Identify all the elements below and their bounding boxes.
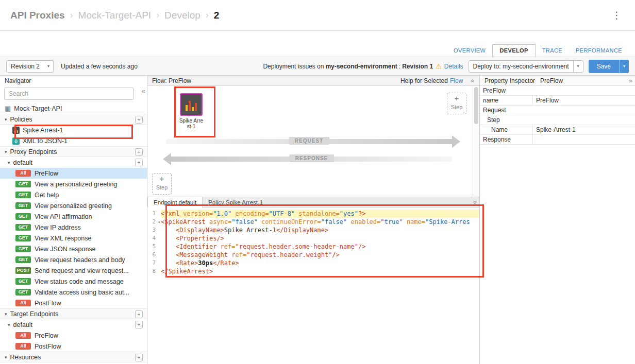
code-token: "request.header.weight"	[246, 251, 332, 258]
add-step-button-bottom[interactable]: + Step	[152, 173, 172, 195]
add-button[interactable]: +	[135, 159, 143, 166]
flow-node-label: Spike Arrest-1	[178, 118, 204, 129]
revision-select[interactable]: Revision 2 ▾	[6, 60, 54, 73]
tab-policy-spike-arrest[interactable]: Policy Spike Arrest-1	[203, 197, 269, 207]
line-number: 6	[147, 251, 161, 259]
updated-status: Updated a few seconds ago	[61, 63, 138, 70]
collapse-flow-icon[interactable]: «	[470, 79, 477, 82]
add-button[interactable]: +	[135, 354, 143, 361]
nav-item-view-json-response[interactable]: GETView JSON response	[0, 244, 147, 254]
revision-select-value: Revision 2	[7, 63, 44, 70]
inspector-row-response[interactable]: Response	[480, 135, 635, 145]
inspector-row-value[interactable]: Spike-Arrest-1	[533, 125, 635, 134]
breadcrumb-api-proxies[interactable]: API Proxies	[10, 10, 65, 21]
expand-editor-icon[interactable]: «	[472, 201, 479, 204]
nav-item-preflow[interactable]: AllPreFlow	[0, 330, 147, 341]
add-button[interactable]: +	[135, 310, 143, 318]
nav-item-view-a-personalized-greeting[interactable]: GETView a personalized greeting	[0, 179, 147, 189]
caret-down-icon[interactable]: ▾	[8, 322, 10, 327]
add-button[interactable]: +	[135, 116, 143, 124]
inspector-row-name[interactable]: NameSpike-Arrest-1	[480, 125, 635, 135]
code-line[interactable]: 6 <MessageWeight ref="request.header.wei…	[147, 251, 479, 259]
nav-item-spike-arrest-1[interactable]: Spike Arrest-1	[0, 125, 147, 135]
tab-trace[interactable]: TRACE	[536, 45, 569, 57]
code-token: </Rate>	[213, 259, 239, 267]
breadcrumb-develop[interactable]: Develop	[164, 10, 200, 21]
code-token: <Rate>	[176, 259, 198, 267]
nav-item-policies[interactable]: ▾Policies+	[0, 114, 147, 125]
nav-item-xml-to-json-1[interactable]: {}XML to JSON-1	[0, 135, 147, 146]
code-editor[interactable]: 1<?xml version="1.0" encoding="UTF-8" st…	[147, 207, 479, 364]
nav-item-view-api-affirmation[interactable]: GETView API affirmation	[0, 211, 147, 222]
spike-arrest-icon	[12, 127, 20, 134]
save-button[interactable]: Save	[589, 60, 619, 73]
nav-item-preflow[interactable]: AllPreFlow	[0, 168, 147, 179]
nav-item-validate-access-using-basic-aut[interactable]: GETValidate access using basic aut...	[0, 287, 147, 298]
add-step-button-top[interactable]: + Step	[447, 93, 466, 114]
caret-down-icon[interactable]: ▾	[8, 160, 10, 165]
code-token: continueOnError=	[258, 218, 321, 226]
nav-item-proxy-endpoints[interactable]: ▾Proxy Endpoints+	[0, 146, 147, 157]
code-line[interactable]: 7 <Rate>30ps</Rate>	[147, 259, 479, 267]
collapse-panel-icon[interactable]: «	[142, 87, 145, 95]
tab-performance[interactable]: PERFORMANCE	[569, 45, 629, 57]
deployment-prefix: Deployment issues on	[263, 63, 324, 70]
nav-section-label: default	[13, 321, 33, 328]
add-button[interactable]: +	[135, 148, 143, 156]
nav-item-view-status-code-and-message[interactable]: GETView status code and message	[0, 276, 147, 287]
inspector-row-value[interactable]	[533, 135, 635, 144]
center-panel: Flow: PreFlow Help for Selected Flow « S…	[147, 76, 479, 364]
save-dropdown-arrow[interactable]: ▾	[619, 60, 629, 73]
code-line[interactable]: 5 <Identifier ref="request.header.some-h…	[147, 242, 479, 251]
deploy-select[interactable]: Deploy to: my-second-environment ▾	[469, 60, 583, 73]
inspector-row-name[interactable]: namePreFlow	[480, 96, 635, 106]
caret-down-icon[interactable]: ▾	[5, 311, 7, 317]
tab-endpoint-default[interactable]: Endpoint default	[147, 197, 203, 207]
code-line-content: <MessageWeight ref="request.header.weigh…	[161, 251, 479, 259]
tab-develop[interactable]: DEVELOP	[492, 44, 535, 57]
tab-overview[interactable]: OVERVIEW	[447, 45, 492, 57]
flow-help-link[interactable]: Flow	[450, 77, 463, 84]
flow-node-spike-arrest[interactable]: Spike Arrest-1	[174, 93, 208, 129]
code-line-content: <DisplayName>Spike Arrest-1</DisplayName…	[161, 226, 479, 234]
inspector-row-value[interactable]: PreFlow	[533, 96, 635, 105]
nav-item-view-ip-address[interactable]: GETView IP address	[0, 222, 147, 233]
search-input[interactable]	[4, 88, 134, 100]
code-line[interactable]: 3 <DisplayName>Spike Arrest-1</DisplayNa…	[147, 226, 479, 234]
code-line[interactable]: 8</SpikeArrest>	[147, 267, 479, 275]
nav-item-view-request-headers-and-body[interactable]: GETView request headers and body	[0, 254, 147, 265]
nav-item-label: View request headers and body	[35, 256, 125, 264]
flow-scrollbar[interactable]	[473, 86, 479, 197]
nav-item-target-endpoints[interactable]: ▾Target Endpoints+	[0, 308, 147, 319]
kebab-menu-icon[interactable]: ⋮	[609, 9, 625, 21]
code-line[interactable]: 1<?xml version="1.0" encoding="UTF-8" st…	[147, 210, 479, 218]
nav-item-default[interactable]: ▾default+	[0, 319, 147, 330]
collapse-inspector-icon[interactable]: »	[629, 77, 632, 84]
toolbar: Revision 2 ▾ Updated a few seconds ago D…	[0, 57, 635, 76]
scrollbar-thumb[interactable]	[474, 87, 478, 124]
nav-item-postflow[interactable]: AllPostFlow	[0, 298, 147, 308]
nav-item-mock-target-api[interactable]: ▦Mock-Target-API	[0, 103, 147, 114]
code-line[interactable]: 4 <Properties/>	[147, 234, 479, 242]
code-token: "request.header.some-header-name"	[236, 243, 358, 250]
caret-down-icon[interactable]: ▾	[5, 149, 7, 154]
property-inspector-title: Property Inspector	[484, 77, 535, 84]
nav-item-view-xml-response[interactable]: GETView XML response	[0, 233, 147, 244]
caret-down-icon[interactable]: ▾	[5, 117, 7, 122]
nav-item-default[interactable]: ▾default+	[0, 157, 147, 168]
caret-down-icon[interactable]: ▾	[5, 355, 7, 360]
nav-item-resources[interactable]: ▾Resources+	[0, 352, 147, 362]
add-button[interactable]: +	[135, 321, 143, 328]
nav-item-label: Get help	[35, 192, 59, 199]
nav-item-view-personalized-greeting[interactable]: GETView personalized greeting	[0, 200, 147, 211]
fold-arrow-icon[interactable]: ▾	[158, 218, 160, 227]
code-line[interactable]: 2▾<SpikeArrest async="false" continueOnE…	[147, 218, 479, 226]
navigator-panel: Navigator « ▦Mock-Target-API▾Policies+Sp…	[0, 76, 147, 364]
chevron-down-icon[interactable]: ▾	[573, 61, 583, 72]
nav-item-send-request-and-view-request[interactable]: POSTSend request and view request...	[0, 265, 147, 276]
breadcrumb-proxy-name[interactable]: Mock-Target-API	[78, 10, 151, 21]
save-button-group: Save ▾	[589, 60, 629, 73]
details-link[interactable]: Details	[444, 63, 463, 70]
nav-item-postflow[interactable]: AllPostFlow	[0, 341, 147, 352]
nav-item-get-help[interactable]: GETGet help	[0, 189, 147, 200]
